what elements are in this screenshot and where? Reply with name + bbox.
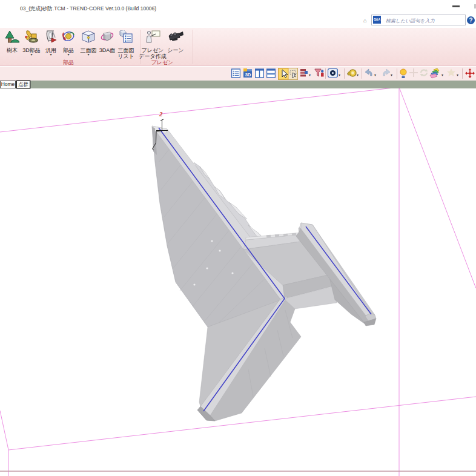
svg-text:3D: 3D: [245, 72, 251, 78]
svg-text:2: 2: [159, 110, 163, 117]
